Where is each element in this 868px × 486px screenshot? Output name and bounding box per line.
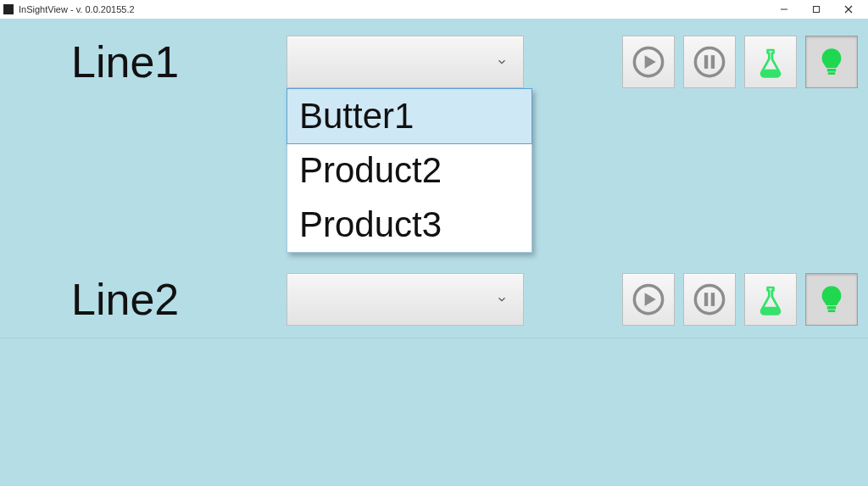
line-1-product-combo[interactable]	[287, 36, 524, 88]
svg-rect-17	[828, 310, 836, 312]
close-button[interactable]	[832, 0, 865, 19]
svg-point-6	[695, 47, 723, 75]
svg-marker-12	[645, 293, 656, 306]
app-icon	[3, 4, 14, 14]
play-icon	[631, 282, 666, 317]
maximize-button[interactable]	[800, 0, 832, 19]
svg-rect-1	[814, 7, 820, 13]
line-1-label: Line1	[71, 36, 179, 87]
line-2-flask-button[interactable]	[744, 273, 797, 326]
pause-icon	[692, 282, 727, 317]
bulb-icon	[814, 44, 849, 80]
svg-rect-14	[704, 293, 708, 306]
svg-point-13	[695, 285, 723, 313]
svg-rect-15	[711, 293, 715, 306]
minimize-button[interactable]	[768, 0, 800, 19]
line-2-pause-button[interactable]	[683, 273, 736, 326]
play-icon	[631, 44, 666, 80]
svg-rect-10	[828, 72, 836, 75]
line-1-pause-button[interactable]	[683, 36, 736, 88]
svg-rect-8	[711, 55, 715, 69]
content-area: Line1 Butter1 Product2 Product3 Line	[0, 19, 868, 486]
svg-rect-7	[704, 55, 708, 69]
flask-icon	[753, 44, 788, 80]
pause-icon	[692, 44, 727, 80]
line-1-bulb-button[interactable]	[805, 36, 858, 88]
bulb-icon	[814, 282, 849, 317]
line-1-flask-button[interactable]	[744, 36, 797, 88]
dropdown-option-2[interactable]: Product3	[287, 198, 531, 252]
chevron-down-icon	[496, 56, 508, 68]
titlebar: InSightView - v. 0.0.20155.2	[0, 0, 868, 19]
line-1-product-dropdown[interactable]: Butter1 Product2 Product3	[287, 88, 532, 253]
window-title: InSightView - v. 0.0.20155.2	[19, 4, 135, 14]
line-row-2: Line2	[0, 263, 868, 336]
line-2-play-button[interactable]	[622, 273, 675, 326]
line-2-product-combo[interactable]	[287, 273, 524, 326]
row-divider	[0, 338, 868, 338]
line-1-play-button[interactable]	[622, 36, 675, 88]
chevron-down-icon	[496, 293, 508, 305]
line-2-bulb-button[interactable]	[805, 273, 858, 326]
svg-rect-16	[827, 306, 837, 310]
dropdown-option-0[interactable]: Butter1	[287, 88, 532, 144]
svg-rect-9	[827, 69, 837, 72]
line-2-label: Line2	[71, 274, 179, 325]
line-2-buttons	[622, 273, 858, 326]
flask-icon	[753, 282, 788, 317]
line-1-buttons	[622, 36, 858, 88]
svg-marker-5	[645, 55, 656, 69]
dropdown-option-1[interactable]: Product2	[287, 143, 531, 198]
